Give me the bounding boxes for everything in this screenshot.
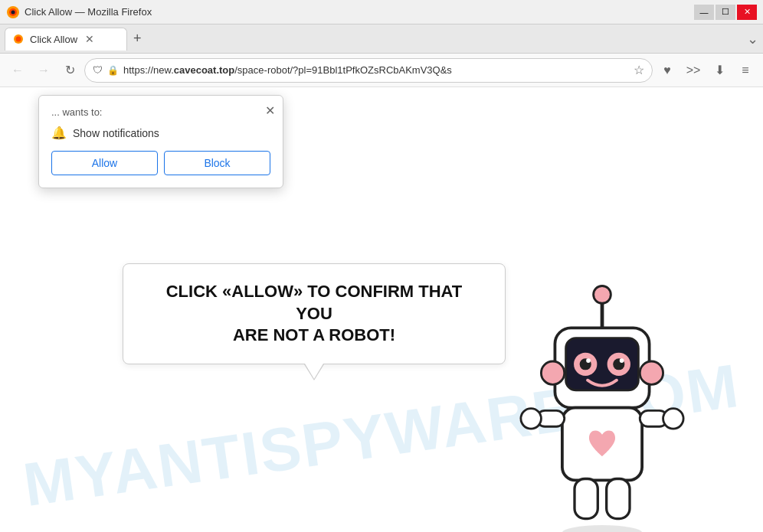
popup-buttons: Allow Block <box>51 151 270 175</box>
forward-button[interactable]: → <box>32 59 55 82</box>
minimize-button[interactable]: — <box>694 5 714 20</box>
svg-point-14 <box>620 358 624 363</box>
svg-point-21 <box>663 409 684 429</box>
svg-rect-23 <box>607 478 630 518</box>
notification-popup: ✕ ... wants to: 🔔 Show notifications All… <box>38 95 283 188</box>
allow-button[interactable]: Allow <box>51 151 158 175</box>
lock-icon: 🔒 <box>107 65 119 76</box>
extensions-button[interactable]: ♥ <box>656 59 679 82</box>
speech-bubble: CLICK «ALLOW» TO CONFIRM THAT YOU ARE NO… <box>123 263 506 364</box>
svg-point-15 <box>541 361 564 384</box>
svg-point-16 <box>640 361 663 384</box>
robot-svg <box>487 279 717 532</box>
svg-point-13 <box>586 358 591 363</box>
maximize-button[interactable]: ☐ <box>716 5 735 20</box>
bookmark-button[interactable]: ☆ <box>634 63 644 77</box>
address-bar[interactable]: 🛡 🔒 https://new.cavecoat.top/space-robot… <box>84 58 653 83</box>
url-display: https://new.cavecoat.top/space-robot/?pl… <box>123 64 629 76</box>
url-end: /space-robot/?pl=91Bbl1tPfkOZsRCbAKmV3Q&… <box>234 64 452 76</box>
popup-close-button[interactable]: ✕ <box>265 103 275 118</box>
active-tab[interactable]: Click Allow ✕ <box>5 28 127 51</box>
tab-label: Click Allow <box>30 34 77 45</box>
nav-bar: ← → ↻ 🛡 🔒 https://new.cavecoat.top/space… <box>0 54 763 87</box>
speech-text-line1: CLICK «ALLOW» TO CONFIRM THAT YOU <box>146 281 482 325</box>
url-start: https://new. <box>123 64 174 76</box>
close-tab-button[interactable]: ✕ <box>84 33 96 45</box>
firefox-logo-icon <box>6 5 20 19</box>
shield-icon: 🛡 <box>93 64 103 76</box>
reload-button[interactable]: ↻ <box>58 59 81 82</box>
nav-actions: ♥ >> ⬇ ≡ <box>656 59 757 82</box>
robot-illustration <box>487 279 717 532</box>
svg-point-4 <box>16 37 21 42</box>
block-button[interactable]: Block <box>164 151 270 175</box>
downloads-button[interactable]: ⬇ <box>708 59 731 82</box>
speech-text-line2: ARE NOT A ROBOT! <box>146 325 482 347</box>
new-tab-button[interactable]: + <box>127 31 148 47</box>
tab-favicon-icon <box>13 34 24 44</box>
notification-row: 🔔 Show notifications <box>51 126 270 140</box>
tab-bar: Click Allow ✕ + ⌄ <box>0 24 763 54</box>
tab-list-button[interactable]: ⌄ <box>747 31 758 47</box>
title-bar: Click Allow — Mozilla Firefox — ☐ ✕ <box>0 0 763 24</box>
popup-notification-label: Show notifications <box>73 127 159 139</box>
url-domain: cavecoat.top <box>174 64 234 76</box>
svg-point-6 <box>594 286 611 303</box>
bell-icon: 🔔 <box>51 126 67 140</box>
svg-point-2 <box>11 10 15 14</box>
svg-point-24 <box>562 525 642 532</box>
speech-bubble-container: CLICK «ALLOW» TO CONFIRM THAT YOU ARE NO… <box>123 263 506 364</box>
svg-rect-22 <box>575 478 598 518</box>
svg-point-19 <box>521 409 542 429</box>
popup-wants-text: ... wants to: <box>51 106 270 118</box>
more-tools-button[interactable]: >> <box>682 59 705 82</box>
window-title: Click Allow — Mozilla Firefox <box>25 6 152 18</box>
window-controls: — ☐ ✕ <box>694 5 757 20</box>
menu-button[interactable]: ≡ <box>734 59 757 82</box>
close-window-button[interactable]: ✕ <box>737 5 757 20</box>
back-button[interactable]: ← <box>6 59 29 82</box>
browser-content: MYANTISPYWARE.COM ✕ ... wants to: 🔔 Show… <box>0 87 763 532</box>
